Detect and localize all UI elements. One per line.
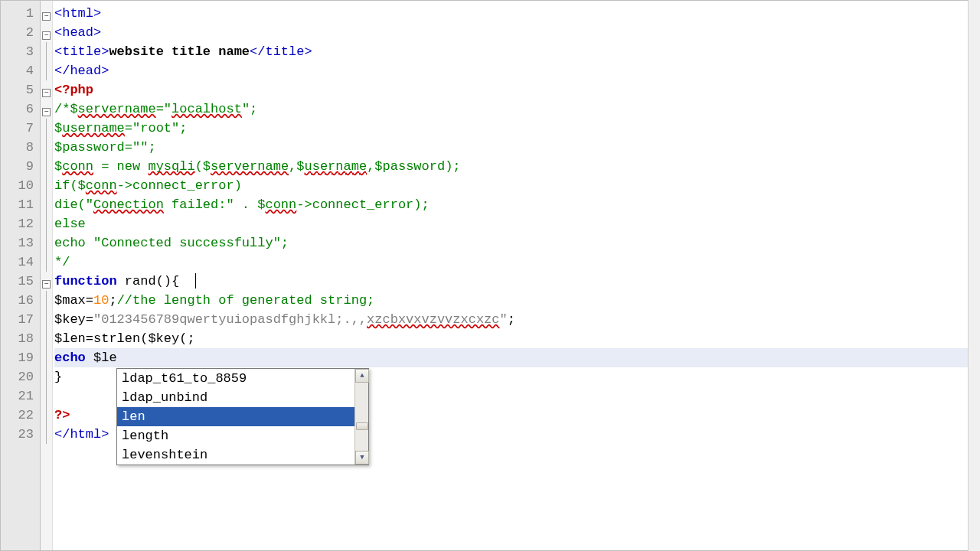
fold-guide <box>46 310 47 329</box>
fold-guide <box>46 425 47 444</box>
scroll-up-icon[interactable]: ▲ <box>355 369 369 383</box>
code-line[interactable]: </head> <box>54 61 979 80</box>
line-number: 11 <box>4 195 34 214</box>
code-line[interactable]: */ <box>54 253 979 272</box>
fold-cell[interactable] <box>41 138 52 157</box>
fold-cell[interactable] <box>41 176 52 195</box>
fold-cell[interactable] <box>41 119 52 138</box>
fold-cell[interactable] <box>41 329 52 348</box>
fold-cell[interactable] <box>41 386 52 406</box>
code-line[interactable]: function rand(){ <box>54 272 979 291</box>
fold-cell[interactable] <box>41 291 52 310</box>
fold-minus-icon[interactable]: − <box>42 89 51 97</box>
fold-guide <box>46 138 47 157</box>
fold-guide <box>46 233 47 253</box>
autocomplete-item[interactable]: length <box>117 426 354 445</box>
autocomplete-scrollbar[interactable]: ▲ ▼ <box>354 369 368 465</box>
code-line[interactable]: <?php <box>54 80 979 99</box>
line-number: 18 <box>4 329 34 348</box>
line-number-gutter: 1234567891011121314151617181920212223 <box>1 1 41 550</box>
line-number: 23 <box>4 425 34 444</box>
code-line[interactable]: $password=""; <box>54 138 979 157</box>
line-number: 22 <box>4 406 34 425</box>
code-line[interactable]: $key="0123456789qwertyuiopasdfghjkkl;.,,… <box>54 310 979 329</box>
fold-cell[interactable] <box>41 348 52 367</box>
fold-minus-icon[interactable]: − <box>42 12 51 21</box>
code-area[interactable]: <html> <head> <title>website title name<… <box>53 1 979 550</box>
fold-guide <box>46 61 47 80</box>
fold-guide <box>46 157 47 176</box>
fold-guide <box>46 214 47 233</box>
line-number: 14 <box>4 253 34 272</box>
fold-cell[interactable] <box>41 61 52 80</box>
line-number: 9 <box>4 157 34 176</box>
text-cursor <box>195 273 196 289</box>
line-number: 2 <box>4 23 34 42</box>
code-line[interactable]: <title>website title name</title> <box>54 42 979 61</box>
line-number: 15 <box>4 272 34 291</box>
fold-cell[interactable]: − <box>41 80 52 99</box>
vertical-scrollbar[interactable] <box>968 0 980 551</box>
fold-guide <box>46 348 47 367</box>
fold-cell[interactable] <box>41 367 52 386</box>
code-line[interactable]: echo "Connected successfully"; <box>54 233 979 253</box>
code-editor[interactable]: 1234567891011121314151617181920212223 −−… <box>0 0 980 551</box>
autocomplete-item[interactable]: ldap_unbind <box>117 388 354 407</box>
fold-guide <box>46 329 47 348</box>
fold-cell[interactable] <box>41 195 52 214</box>
fold-cell[interactable] <box>41 157 52 176</box>
code-line[interactable]: die("Conection failed:" . $conn->connect… <box>54 195 979 214</box>
code-line[interactable]: $max=10;//the length of generated string… <box>54 291 979 310</box>
line-number: 5 <box>4 80 34 99</box>
line-number: 20 <box>4 367 34 386</box>
fold-guide <box>46 42 47 61</box>
fold-guide <box>46 253 47 272</box>
fold-guide <box>46 291 47 310</box>
code-line[interactable]: <head> <box>54 23 979 42</box>
code-line[interactable]: <html> <box>54 4 979 23</box>
fold-guide <box>46 119 47 138</box>
code-line[interactable]: if($conn->connect_error) <box>54 176 979 195</box>
fold-cell[interactable] <box>41 406 52 425</box>
line-number: 8 <box>4 138 34 157</box>
code-line-active[interactable]: echo $le <box>54 348 979 367</box>
scroll-down-icon[interactable]: ▼ <box>355 451 369 465</box>
fold-cell[interactable]: − <box>41 23 52 42</box>
autocomplete-item[interactable]: ldap_t61_to_8859 <box>117 369 354 388</box>
line-number: 21 <box>4 386 34 406</box>
fold-cell[interactable] <box>41 425 52 444</box>
line-number: 19 <box>4 348 34 367</box>
fold-cell[interactable]: − <box>41 99 52 119</box>
fold-minus-icon[interactable]: − <box>42 280 51 289</box>
line-number: 13 <box>4 233 34 253</box>
code-line[interactable]: /*$servername="localhost"; <box>54 99 979 119</box>
code-line[interactable]: $conn = new mysqli($servername,$username… <box>54 157 979 176</box>
fold-guide <box>46 195 47 214</box>
fold-guide <box>46 176 47 195</box>
fold-guide <box>46 386 47 406</box>
fold-cell[interactable] <box>41 233 52 253</box>
line-number: 1 <box>4 4 34 23</box>
autocomplete-item[interactable]: levenshtein <box>117 445 354 465</box>
code-line[interactable]: $username="root"; <box>54 119 979 138</box>
line-number: 4 <box>4 61 34 80</box>
line-number: 10 <box>4 176 34 195</box>
fold-guide <box>46 367 47 386</box>
fold-cell[interactable]: − <box>41 4 52 23</box>
line-number: 3 <box>4 42 34 61</box>
fold-cell[interactable]: − <box>41 272 52 291</box>
code-line[interactable]: else <box>54 214 979 233</box>
code-line[interactable]: $len=strlen($key(; <box>54 329 979 348</box>
fold-cell[interactable] <box>41 253 52 272</box>
fold-column[interactable]: −−−−− <box>41 1 53 550</box>
fold-cell[interactable] <box>41 214 52 233</box>
fold-cell[interactable] <box>41 310 52 329</box>
fold-cell[interactable] <box>41 42 52 61</box>
autocomplete-popup[interactable]: ldap_t61_to_8859ldap_unbindlenlengthleve… <box>116 368 369 465</box>
scroll-thumb[interactable] <box>356 422 368 430</box>
fold-minus-icon[interactable]: − <box>42 108 51 116</box>
fold-minus-icon[interactable]: − <box>42 31 51 40</box>
line-number: 16 <box>4 291 34 310</box>
line-number: 17 <box>4 310 34 329</box>
autocomplete-item[interactable]: len <box>117 407 354 426</box>
